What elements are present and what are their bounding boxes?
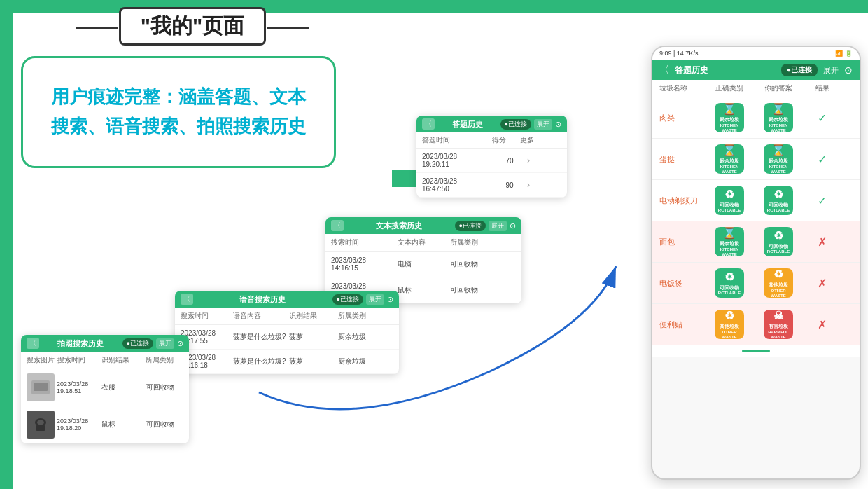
- table-row[interactable]: 便利贴 ♻ 其他垃圾 OTHER WASTE ☠ 有害垃圾 HARMFUL WA…: [652, 304, 860, 345]
- table-row[interactable]: 2023/03/2819:16:18 菠萝是什么垃圾? 菠萝 厨余垃圾: [175, 350, 399, 374]
- text-back-btn[interactable]: 〈: [331, 220, 344, 231]
- photo-thumbnail: [27, 411, 55, 439]
- voice-settings-icon[interactable]: ⊙: [387, 295, 393, 304]
- table-row[interactable]: 面包 ⌛ 厨余垃圾 KITCHEN WASTE ♻ 可回收物 RCTLABLE …: [652, 221, 860, 263]
- quiz-settings-icon[interactable]: ⊙: [555, 120, 561, 129]
- text-table-header: 搜索时间 文本内容 所属类别: [326, 234, 522, 252]
- phone-connected-badge: ●已连接: [781, 64, 818, 76]
- photo-thumbnail: [27, 373, 55, 401]
- title-line-right: [267, 27, 309, 29]
- left-bar: [0, 0, 13, 489]
- voice-search-card: 〈 语音搜索历史 ●已连接 展开 ⊙ 搜索时间 语音内容 识别结果 所属类别 2…: [175, 291, 399, 374]
- table-row[interactable]: 2023/03/2819:18:51 衣服 可回收物: [21, 369, 189, 406]
- table-row[interactable]: 2023/03/2819:17:55 菠萝是什么垃圾? 菠萝 厨余垃圾: [175, 325, 399, 350]
- svg-rect-3: [34, 383, 48, 391]
- quiz-card-title: 答题历史: [438, 119, 498, 130]
- description-box: 用户痕迹完整：涵盖答题、文本搜索、语音搜索、拍照搜索历史: [21, 56, 336, 168]
- photo-back-btn[interactable]: 〈: [27, 338, 39, 349]
- table-row[interactable]: 电饭煲 ♻ 可回收物 RCTLABLE ♻ 其他垃圾 OTHER WASTE ✗: [652, 263, 860, 304]
- title-line-left: [76, 27, 118, 29]
- table-row[interactable]: 电动剃须刀 ♻ 可回收物 RCTLABLE ♻ 可回收物 RCTLABLE ✓: [652, 180, 860, 221]
- phone-status-bar: 9:09 | 14.7K/s 📶 🔋: [652, 47, 860, 60]
- svg-point-6: [37, 420, 44, 425]
- title-area: "我的"页面: [63, 7, 322, 46]
- voice-table-header: 搜索时间 语音内容 识别结果 所属类别: [175, 308, 399, 325]
- photo-card-header: 〈 拍照搜索历史 ●已连接 展开 ⊙: [21, 335, 189, 352]
- voice-card-header: 〈 语音搜索历史 ●已连接 展开 ⊙: [175, 291, 399, 308]
- phone-nav-title: 答题历史: [675, 64, 776, 76]
- table-row[interactable]: 2023/03/2819:20:11 70 ›: [416, 149, 567, 173]
- table-row[interactable]: 2023/03/2819:18:20 鼠标 可回收物: [21, 406, 189, 443]
- photo-table-header: 搜索图片 搜索时间 识别结果 所属类别: [21, 352, 189, 369]
- phone-mockup: 9:09 | 14.7K/s 📶 🔋 〈 答题历史 ●已连接 展开 ⊙ 垃圾名称…: [651, 46, 861, 480]
- voice-card-title: 语音搜索历史: [196, 294, 330, 305]
- phone-expand-btn[interactable]: 展开: [823, 65, 839, 76]
- status-icons: 📶 🔋: [835, 50, 853, 57]
- quiz-expand-btn[interactable]: 展开: [534, 119, 552, 130]
- table-row[interactable]: 肉类 ⌛ 厨余垃圾 KITCHEN WASTE ⌛ 厨余垃圾 KITCHEN W…: [652, 97, 860, 139]
- phone-table-header: 垃圾名称 正确类别 你的答案 结果: [652, 80, 860, 97]
- phone-back-btn[interactable]: 〈: [659, 64, 669, 76]
- text-card-header: 〈 文本搜索历史 ●已连接 展开 ⊙: [326, 217, 522, 234]
- phone-nav: 〈 答题历史 ●已连接 展开 ⊙: [652, 60, 860, 80]
- table-row[interactable]: 蛋挞 ⌛ 厨余垃圾 KITCHEN WASTE ⌛ 厨余垃圾 KITCHEN W…: [652, 139, 860, 180]
- description-text: 用户痕迹完整：涵盖答题、文本搜索、语音搜索、拍照搜索历史: [51, 83, 306, 141]
- quiz-connected-badge: ●已连接: [500, 119, 531, 130]
- text-connected-badge: ●已连接: [455, 221, 486, 231]
- table-row[interactable]: 2023/03/2816:47:50 90 ›: [416, 173, 567, 198]
- svg-rect-5: [36, 425, 46, 431]
- phone-settings-icon[interactable]: ⊙: [844, 64, 853, 76]
- quiz-history-card: 〈 答题历史 ●已连接 展开 ⊙ 答题时间 得分 更多 2023/03/2819…: [416, 116, 567, 198]
- photo-search-card: 〈 拍照搜索历史 ●已连接 展开 ⊙ 搜索图片 搜索时间 识别结果 所属类别 2…: [21, 335, 189, 443]
- page-title: "我的"页面: [119, 7, 266, 46]
- quiz-card-header: 〈 答题历史 ●已连接 展开 ⊙: [416, 116, 567, 132]
- quiz-table-header: 答题时间 得分 更多: [416, 132, 567, 149]
- voice-expand-btn[interactable]: 展开: [366, 294, 384, 305]
- quiz-back-btn[interactable]: 〈: [422, 118, 435, 130]
- photo-card-title: 拍照搜索历史: [42, 338, 120, 349]
- table-row[interactable]: 2023/03/2814:16:15 电脑 可回收物: [326, 252, 522, 277]
- scroll-indicator: [742, 350, 770, 352]
- voice-connected-badge: ●已连接: [332, 294, 363, 305]
- status-time: 9:09 | 14.7K/s: [659, 50, 698, 57]
- text-expand-btn[interactable]: 展开: [489, 221, 507, 231]
- text-card-title: 文本搜索历史: [346, 221, 452, 231]
- voice-back-btn[interactable]: 〈: [181, 294, 193, 305]
- photo-settings-icon[interactable]: ⊙: [177, 339, 183, 348]
- text-settings-icon[interactable]: ⊙: [510, 221, 516, 230]
- photo-expand-btn[interactable]: 展开: [156, 338, 174, 349]
- photo-connected-badge: ●已连接: [122, 338, 153, 349]
